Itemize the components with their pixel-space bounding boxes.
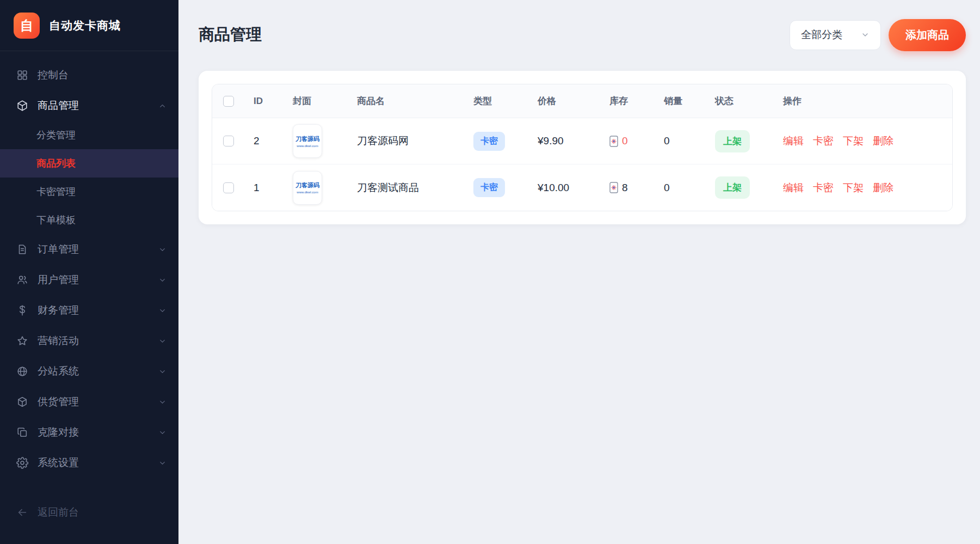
column-header-status: 状态 [715,95,783,107]
users-icon [16,274,28,286]
sidebar-item-label: 商品管理 [38,99,149,113]
cell-stock: 0 [609,135,664,147]
table-header-row: ID 封面 商品名 类型 价格 库存 销量 状态 操作 [212,84,952,118]
sidebar-item-finance[interactable]: 财务管理 [0,295,178,326]
sidebar-subitem-categories[interactable]: 分类管理 [0,121,178,149]
edit-link[interactable]: 编辑 [783,134,804,148]
sidebar-subitem-card-keys[interactable]: 卡密管理 [0,178,178,206]
cell-sales: 0 [664,182,715,194]
product-cover-image[interactable]: 刀客源码 www.dkwl.com [293,124,322,158]
product-table: ID 封面 商品名 类型 价格 库存 销量 状态 操作 2 刀客源码 www.d… [212,84,953,211]
sidebar-item-dashboard[interactable]: 控制台 [0,60,178,90]
arrow-left-icon [16,506,28,518]
stock-value: 0 [622,135,628,147]
cell-product-name: 刀客源码网 [357,134,473,148]
chevron-up-icon [158,102,167,110]
card-stock-icon [609,182,618,193]
select-all-checkbox[interactable] [223,96,234,107]
chevron-down-icon [861,30,870,39]
card-stock-icon [609,136,618,147]
sidebar-item-label: 用户管理 [38,273,149,287]
cell-sales: 0 [664,135,715,147]
chevron-down-icon [158,337,167,345]
card-keys-link[interactable]: 卡密 [813,134,834,148]
chevron-down-icon [158,307,167,315]
copy-icon [16,426,28,438]
globe-icon [16,365,28,377]
sidebar-item-label: 克隆对接 [38,425,149,439]
edit-link[interactable]: 编辑 [783,181,804,195]
table-row: 1 刀客源码 www.dkwl.com 刀客测试商品 卡密 ¥10.00 8 0… [212,164,952,211]
column-header-name: 商品名 [357,95,473,107]
cell-price: ¥10.00 [538,182,609,194]
cell-stock: 8 [609,182,664,194]
main-content: 商品管理 全部分类 添加商品 ID 封面 商品名 类型 价格 库存 销量 状态 [178,0,980,544]
dashboard-grid-icon [16,69,28,81]
delete-link[interactable]: 删除 [873,134,893,148]
status-badge: 上架 [715,130,750,152]
unlist-link[interactable]: 下架 [843,134,864,148]
cell-price: ¥9.90 [538,135,609,147]
cell-actions: 编辑 卡密 下架 删除 [783,134,952,148]
sidebar-item-label: 营销活动 [38,334,149,348]
cover-logo-text: 刀客源码 [295,181,319,190]
sidebar-item-label: 财务管理 [38,303,149,317]
package-icon [16,396,28,408]
sidebar-item-clone[interactable]: 克隆对接 [0,417,178,448]
chevron-down-icon [158,398,167,406]
product-cover-image[interactable]: 刀客源码 www.dkwl.com [293,171,322,205]
sidebar-item-label: 供货管理 [38,395,149,409]
column-header-stock: 库存 [609,95,664,107]
cell-product-name: 刀客测试商品 [357,181,473,195]
type-badge: 卡密 [473,132,505,151]
column-header-sales: 销量 [664,95,715,107]
stock-value: 8 [622,182,628,194]
sidebar-item-label: 控制台 [38,68,167,82]
cover-logo-text: 刀客源码 [295,135,319,143]
sidebar-item-marketing[interactable]: 营销活动 [0,326,178,356]
table-row: 2 刀客源码 www.dkwl.com 刀客源码网 卡密 ¥9.90 0 0 上… [212,118,952,164]
chevron-down-icon [158,459,167,467]
category-filter-select[interactable]: 全部分类 [790,20,881,50]
star-icon [16,335,28,347]
category-filter-value: 全部分类 [801,28,842,42]
chevron-down-icon [158,368,167,376]
app-title: 自动发卡商城 [49,18,121,33]
card-keys-link[interactable]: 卡密 [813,181,834,195]
sidebar-subitem-order-template[interactable]: 下单模板 [0,206,178,234]
page-title: 商品管理 [199,24,262,46]
back-to-frontend-link[interactable]: 返回前台 [0,497,178,528]
add-product-button[interactable]: 添加商品 [889,19,966,51]
cover-logo-subtext: www.dkwl.com [297,144,318,148]
row-checkbox[interactable] [223,182,234,193]
sidebar: 自 自动发卡商城 控制台 商品管理 分类管理 商品列表 卡密管理 下单模板 [0,0,178,544]
app-logo: 自 [14,13,40,39]
sidebar-item-products[interactable]: 商品管理 [0,90,178,121]
chevron-down-icon [158,246,167,254]
back-to-frontend-label: 返回前台 [38,505,79,519]
sidebar-item-users[interactable]: 用户管理 [0,265,178,295]
sidebar-nav: 控制台 商品管理 分类管理 商品列表 卡密管理 下单模板 订单管理 [0,51,178,544]
brand: 自 自动发卡商城 [0,0,178,51]
sidebar-item-supply[interactable]: 供货管理 [0,387,178,417]
gear-icon [16,457,28,469]
product-table-card: ID 封面 商品名 类型 价格 库存 销量 状态 操作 2 刀客源码 www.d… [199,71,966,224]
cell-id: 2 [254,135,293,147]
row-checkbox[interactable] [223,136,234,146]
cover-logo-subtext: www.dkwl.com [297,191,318,194]
unlist-link[interactable]: 下架 [843,181,864,195]
chevron-down-icon [158,276,167,284]
header-actions: 全部分类 添加商品 [790,19,966,51]
sidebar-item-substations[interactable]: 分站系统 [0,356,178,387]
page-header: 商品管理 全部分类 添加商品 [199,19,966,51]
column-header-cover: 封面 [293,95,357,107]
cell-actions: 编辑 卡密 下架 删除 [783,181,952,195]
sidebar-item-settings[interactable]: 系统设置 [0,448,178,478]
dollar-icon [16,304,28,316]
sidebar-item-label: 订单管理 [38,242,149,256]
sidebar-item-orders[interactable]: 订单管理 [0,234,178,265]
cube-icon [16,100,28,112]
delete-link[interactable]: 删除 [873,181,893,195]
column-header-id: ID [254,96,293,107]
sidebar-subitem-product-list[interactable]: 商品列表 [0,149,178,178]
